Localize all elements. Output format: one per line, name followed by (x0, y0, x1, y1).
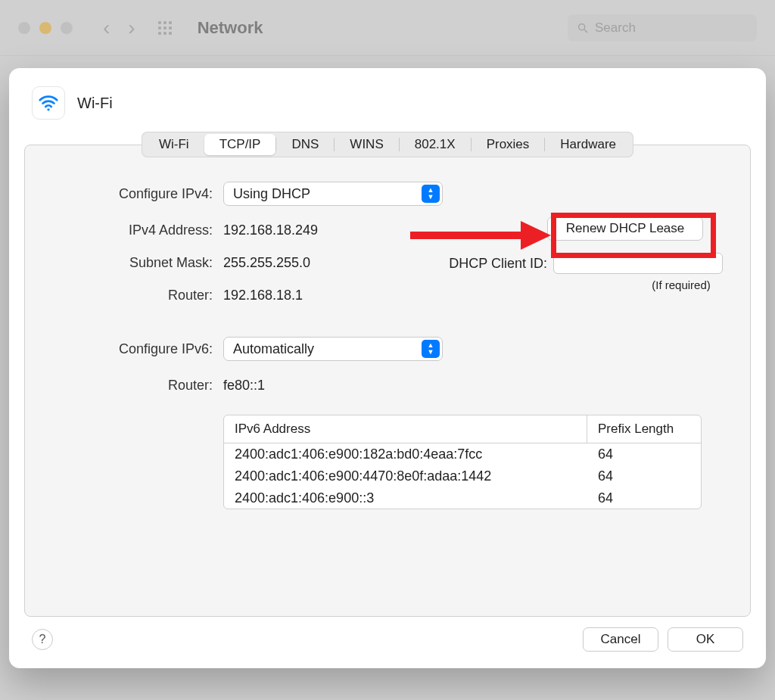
tab-8021x[interactable]: 802.1X (400, 134, 471, 155)
value-ipv6-router: fe80::1 (223, 378, 450, 394)
chevron-updown-icon: ▲▼ (422, 185, 440, 203)
chevron-updown-icon: ▲▼ (422, 340, 440, 358)
tab-dns[interactable]: DNS (276, 134, 334, 155)
ipv6-addr-cell: 2400:adc1:406:e900:182a:bd0:4eaa:7fcc (224, 443, 587, 465)
traffic-close-icon[interactable] (18, 22, 30, 34)
search-field[interactable]: Search (568, 14, 757, 42)
value-ipv4-router: 192.168.18.1 (223, 288, 450, 303)
network-advanced-sheet: Wi-Fi Wi-Fi TCP/IP DNS WINS 802.1X Proxi… (9, 68, 766, 668)
ipv6-address-table: IPv6 Address Prefix Length 2400:adc1:406… (223, 415, 702, 509)
sheet-header: Wi-Fi (9, 68, 766, 127)
col-ipv6-address[interactable]: IPv6 Address (224, 415, 587, 443)
forward-icon[interactable]: › (128, 16, 135, 40)
label-subnet-mask: Subnet Mask: (57, 255, 223, 271)
help-button[interactable]: ? (32, 629, 53, 650)
label-ipv4-address: IPv4 Address: (57, 222, 223, 238)
label-ipv6-router: Router: (57, 378, 223, 394)
tab-wins[interactable]: WINS (335, 134, 398, 155)
sheet-title: Wi-Fi (77, 95, 113, 112)
tab-proxies[interactable]: Proxies (472, 134, 545, 155)
window-title: Network (198, 18, 263, 38)
table-row[interactable]: 2400:adc1:406:e900:4470:8e0f:adaa:1442 6… (224, 465, 701, 487)
ipv6-prefix-cell: 64 (587, 443, 701, 465)
tab-tcpip[interactable]: TCP/IP (204, 134, 276, 155)
tab-wifi[interactable]: Wi-Fi (144, 134, 204, 155)
label-dhcp-client-id: DHCP Client ID: (411, 256, 547, 272)
content-panel: Configure IPv4: Using DHCP ▲▼ IPv4 Addre… (24, 145, 751, 617)
select-ipv6-value: Automatically (233, 341, 314, 357)
ipv6-prefix-cell: 64 (587, 465, 701, 487)
ipv6-addr-cell: 2400:adc1:406:e900::3 (224, 487, 587, 509)
svg-point-2 (47, 108, 49, 110)
tab-hardware[interactable]: Hardware (545, 134, 631, 155)
ok-button[interactable]: OK (668, 627, 743, 652)
renew-dhcp-lease-button[interactable]: Renew DHCP Lease (547, 216, 703, 241)
value-ipv4-address: 192.168.18.249 (223, 222, 450, 238)
search-icon (577, 22, 589, 34)
tab-bar: Wi-Fi TCP/IP DNS WINS 802.1X Proxies Har… (9, 127, 766, 157)
nav-arrows: ‹ › (103, 16, 135, 40)
select-configure-ipv4[interactable]: Using DHCP ▲▼ (223, 182, 443, 206)
label-configure-ipv6: Configure IPv6: (57, 325, 223, 357)
hint-if-required: (If required) (640, 278, 723, 291)
ipv6-addr-cell: 2400:adc1:406:e900:4470:8e0f:adaa:1442 (224, 465, 587, 487)
window-toolbar: ‹ › Network Search (0, 0, 775, 56)
traffic-minimize-icon[interactable] (39, 22, 51, 34)
label-configure-ipv4: Configure IPv4: (57, 186, 223, 202)
wifi-icon (32, 86, 65, 120)
label-ipv4-router: Router: (57, 288, 223, 303)
traffic-lights (18, 22, 73, 34)
ipv6-prefix-cell: 64 (587, 487, 701, 509)
select-ipv4-value: Using DHCP (233, 186, 310, 202)
sheet-footer: ? Cancel OK (9, 627, 766, 668)
help-icon: ? (39, 633, 46, 646)
col-prefix-length[interactable]: Prefix Length (587, 415, 701, 443)
prefs-grid-icon[interactable] (158, 21, 172, 35)
svg-point-0 (579, 23, 585, 30)
table-row[interactable]: 2400:adc1:406:e900::3 64 (224, 487, 701, 509)
search-placeholder: Search (595, 20, 636, 36)
dhcp-client-id-input[interactable] (553, 253, 723, 274)
back-icon[interactable]: ‹ (103, 16, 110, 40)
svg-line-1 (584, 30, 587, 33)
traffic-zoom-icon[interactable] (61, 22, 73, 34)
select-configure-ipv6[interactable]: Automatically ▲▼ (223, 337, 443, 361)
table-row[interactable]: 2400:adc1:406:e900:182a:bd0:4eaa:7fcc 64 (224, 443, 701, 465)
cancel-button[interactable]: Cancel (583, 627, 658, 652)
